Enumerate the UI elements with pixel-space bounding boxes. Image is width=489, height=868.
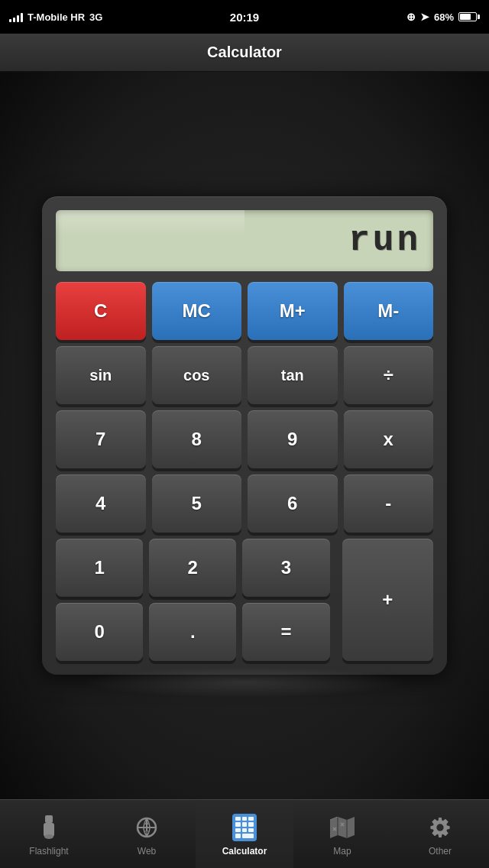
- other-label: Other: [429, 846, 452, 857]
- carrier-info: T-Mobile HR 3G: [9, 11, 102, 23]
- btn-row-6: 0 . =: [56, 603, 330, 661]
- tab-calculator[interactable]: Calculator: [196, 800, 293, 868]
- three-button[interactable]: 3: [242, 539, 329, 597]
- tab-web[interactable]: Web: [98, 800, 196, 868]
- tab-bar: Flashlight Web: [0, 799, 489, 868]
- network-label: 3G: [89, 11, 102, 23]
- map-icon: [327, 812, 358, 843]
- svg-point-2: [44, 834, 53, 839]
- btn-row-5: 1 2 3: [56, 539, 330, 597]
- app-header: Calculator: [0, 34, 489, 72]
- calculator-tab-icon: [229, 812, 260, 843]
- tan-button[interactable]: tan: [248, 346, 338, 404]
- battery-percent: 68%: [434, 11, 454, 23]
- svg-rect-0: [45, 815, 53, 823]
- zero-button[interactable]: 0: [56, 603, 143, 661]
- page-title: Calculator: [207, 44, 282, 61]
- web-icon: [131, 812, 162, 843]
- multiply-button[interactable]: x: [344, 410, 434, 468]
- subtract-button[interactable]: -: [344, 474, 434, 533]
- other-icon: [425, 812, 455, 843]
- mminus-button[interactable]: M-: [344, 282, 434, 340]
- eight-button[interactable]: 8: [152, 410, 242, 468]
- lock-icon: ⊕: [406, 11, 416, 23]
- btn-row-4: 4 5 6 -: [56, 474, 433, 533]
- six-button[interactable]: 6: [248, 474, 338, 533]
- display-value: run: [348, 221, 421, 261]
- location-icon: ➤: [420, 11, 429, 23]
- map-label: Map: [333, 846, 351, 857]
- tab-other[interactable]: Other: [391, 800, 489, 868]
- btn-row-2: sin cos tan ÷: [56, 346, 433, 404]
- button-grid: C MC M+ M- sin cos tan ÷ 7 8 9 x 4: [56, 282, 433, 661]
- signal-icon: [9, 11, 23, 22]
- flashlight-label: Flashlight: [29, 846, 68, 857]
- add-button[interactable]: +: [342, 539, 434, 661]
- calculator-body: run C MC M+ M- sin cos tan ÷ 7 8 9: [42, 196, 447, 675]
- seven-button[interactable]: 7: [56, 410, 146, 468]
- equals-button[interactable]: =: [242, 603, 329, 661]
- tab-map[interactable]: Map: [293, 800, 391, 868]
- btn-row-1: C MC M+ M-: [56, 282, 433, 340]
- decimal-button[interactable]: .: [149, 603, 236, 661]
- divide-button[interactable]: ÷: [344, 346, 434, 404]
- tab-flashlight[interactable]: Flashlight: [0, 800, 98, 868]
- mplus-button[interactable]: M+: [248, 282, 338, 340]
- main-content: run C MC M+ M- sin cos tan ÷ 7 8 9: [0, 72, 489, 799]
- four-button[interactable]: 4: [56, 474, 146, 533]
- mc-button[interactable]: MC: [152, 282, 242, 340]
- carrier-label: T-Mobile HR: [28, 11, 85, 23]
- nine-button[interactable]: 9: [248, 410, 338, 468]
- battery-info: ⊕ ➤ 68%: [406, 11, 480, 23]
- btn-row-3: 7 8 9 x: [56, 410, 433, 468]
- time-label: 20:19: [230, 11, 259, 24]
- calculator-label: Calculator: [222, 846, 267, 857]
- clear-button[interactable]: C: [56, 282, 146, 340]
- cos-button[interactable]: cos: [152, 346, 242, 404]
- btn-row-56: 1 2 3 0 . = +: [56, 539, 433, 661]
- svg-point-9: [436, 824, 443, 831]
- five-button[interactable]: 5: [152, 474, 242, 533]
- battery-icon: [458, 12, 480, 21]
- flashlight-icon: [34, 812, 64, 843]
- two-button[interactable]: 2: [149, 539, 236, 597]
- calculator-display: run: [56, 210, 433, 271]
- one-button[interactable]: 1: [56, 539, 143, 597]
- status-bar: T-Mobile HR 3G 20:19 ⊕ ➤ 68%: [0, 0, 489, 34]
- web-label: Web: [138, 846, 156, 857]
- sin-button[interactable]: sin: [56, 346, 146, 404]
